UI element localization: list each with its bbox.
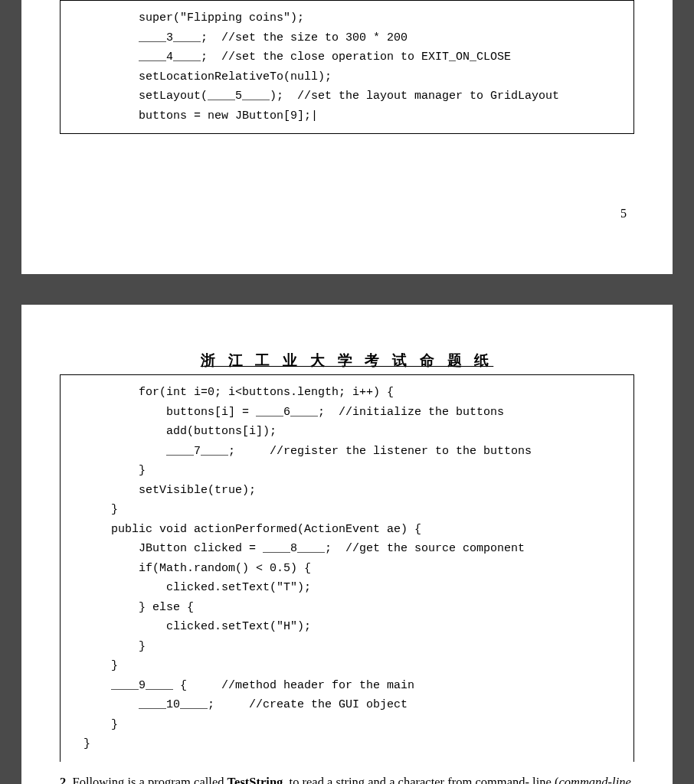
question-intro: Following is a program called: [69, 775, 227, 785]
code-line: setLocationRelativeTo(null);: [61, 67, 633, 87]
exam-header: 浙 江 工 业 大 学 考 试 命 题 纸: [21, 351, 673, 371]
page-1: super("Flipping coins"); ____3____; //se…: [21, 0, 673, 274]
code-line: ____4____; //set the close operation to …: [61, 47, 633, 67]
page-number: 5: [620, 207, 627, 220]
code-line: if(Math.random() < 0.5) {: [61, 559, 633, 579]
code-line: buttons = new JButton[9];|: [61, 106, 633, 126]
code-line: }: [61, 715, 633, 735]
code-line: buttons[i] = ____6____; //initialize the…: [61, 403, 633, 423]
code-line: ____9____ { //method header for the main: [61, 676, 633, 696]
code-line: }: [61, 734, 633, 754]
code-line: for(int i=0; i<buttons.length; i++) {: [61, 383, 633, 403]
program-name: TestString: [228, 775, 283, 785]
page-2: 浙 江 工 业 大 学 考 试 命 题 纸 for(int i=0; i<but…: [21, 305, 673, 784]
code-box-2: for(int i=0; i<buttons.length; i++) { bu…: [60, 374, 634, 762]
question-cont1: , to read a string and a character from …: [283, 775, 558, 785]
code-line: }: [61, 656, 633, 676]
code-line: clicked.setText("T");: [61, 578, 633, 598]
code-line: add(buttons[i]);: [61, 422, 633, 442]
code-line: setVisible(true);: [61, 481, 633, 501]
code-line: ____10____; //create the GUI object: [61, 695, 633, 715]
code-line: setLayout(____5____); //set the layout m…: [61, 87, 633, 106]
code-line: ____7____; //register the listener to th…: [61, 442, 633, 462]
code-line: clicked.setText("H");: [61, 617, 633, 637]
question-2-text: 2. Following is a program called TestStr…: [60, 773, 634, 785]
code-line: }: [61, 500, 633, 520]
code-line: ____3____; //set the size to 300 * 200: [61, 28, 633, 48]
code-line: super("Flipping coins");: [61, 8, 633, 28]
code-line: }: [61, 461, 633, 481]
question-number: 2.: [60, 775, 69, 785]
code-line: } else {: [61, 598, 633, 618]
code-line: }: [61, 637, 633, 657]
code-box-1: super("Flipping coins"); ____3____; //se…: [60, 0, 634, 134]
code-line: JButton clicked = ____8____; //get the s…: [61, 539, 633, 559]
code-line: public void actionPerformed(ActionEvent …: [61, 520, 633, 540]
